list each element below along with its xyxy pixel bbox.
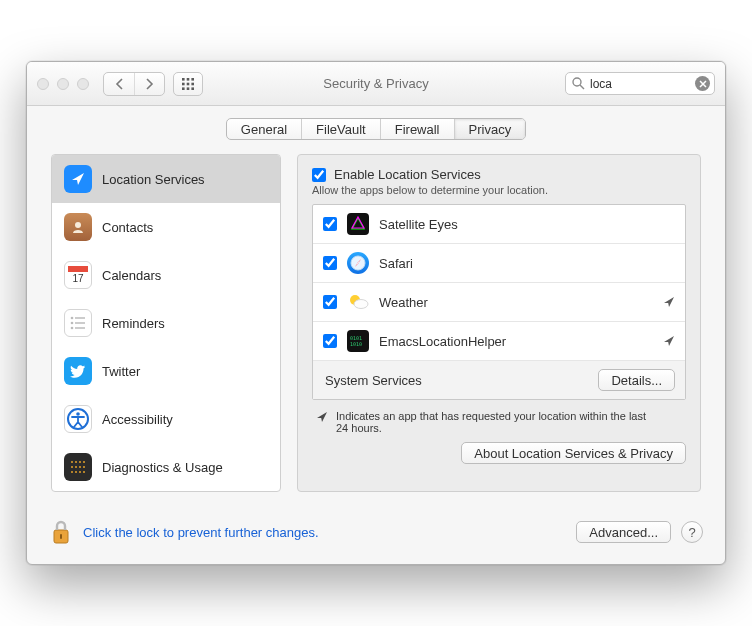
svg-point-27 <box>71 466 73 468</box>
tab-bar: General FileVault Firewall Privacy <box>27 106 725 148</box>
sidebar-item-label: Location Services <box>102 172 205 187</box>
app-checkbox[interactable] <box>323 295 337 309</box>
svg-point-34 <box>83 471 85 473</box>
svg-point-18 <box>71 317 74 320</box>
svg-rect-1 <box>187 78 190 81</box>
tab-filevault[interactable]: FileVault <box>301 119 380 139</box>
app-checkbox[interactable] <box>323 334 337 348</box>
sidebar-item-calendars[interactable]: 17 Calendars <box>52 251 280 299</box>
reminders-icon <box>64 309 92 337</box>
preferences-window: Security & Privacy General FileVault Fir… <box>26 61 726 565</box>
help-button[interactable]: ? <box>681 521 703 543</box>
svg-rect-45 <box>60 534 62 539</box>
svg-point-41 <box>354 300 368 309</box>
minimize-window-button[interactable] <box>57 78 69 90</box>
sidebar-item-label: Accessibility <box>102 412 173 427</box>
tab-firewall[interactable]: Firewall <box>380 119 454 139</box>
footnote-text: Indicates an app that has requested your… <box>336 410 656 434</box>
app-row: Satellite Eyes <box>313 205 685 244</box>
svg-point-28 <box>75 466 77 468</box>
zoom-window-button[interactable] <box>77 78 89 90</box>
svg-point-11 <box>75 222 81 228</box>
recent-location-arrow-icon <box>663 296 675 308</box>
svg-line-10 <box>580 85 584 89</box>
location-arrow-icon <box>64 165 92 193</box>
app-row: Safari <box>313 244 685 283</box>
search-icon <box>571 76 585 90</box>
weather-icon <box>347 291 369 313</box>
svg-rect-7 <box>187 87 190 90</box>
forward-button[interactable] <box>134 73 164 95</box>
svg-point-26 <box>83 461 85 463</box>
svg-rect-0 <box>182 78 185 81</box>
svg-point-9 <box>573 78 581 86</box>
sidebar-item-accessibility[interactable]: Accessibility <box>52 395 280 443</box>
svg-rect-5 <box>191 82 194 85</box>
sidebar-item-contacts[interactable]: Contacts <box>52 203 280 251</box>
lock-hint-text[interactable]: Click the lock to prevent further change… <box>83 525 319 540</box>
traffic-lights <box>37 78 89 90</box>
hint-text: Allow the apps below to determine your l… <box>312 184 686 196</box>
sidebar-item-diagnostics[interactable]: Diagnostics & Usage <box>52 443 280 491</box>
app-name: EmacsLocationHelper <box>379 334 506 349</box>
back-button[interactable] <box>104 73 134 95</box>
app-name: Weather <box>379 295 428 310</box>
svg-point-30 <box>83 466 85 468</box>
svg-rect-6 <box>182 87 185 90</box>
close-icon <box>695 76 710 91</box>
app-checkbox[interactable] <box>323 256 337 270</box>
system-services-label: System Services <box>325 373 422 388</box>
enable-location-services-checkbox[interactable] <box>312 168 326 182</box>
enable-location-services-label: Enable Location Services <box>334 167 481 182</box>
app-name: Safari <box>379 256 413 271</box>
sidebar-item-label: Calendars <box>102 268 161 283</box>
footer: Click the lock to prevent further change… <box>27 506 725 564</box>
svg-point-24 <box>75 461 77 463</box>
tab-general[interactable]: General <box>227 119 301 139</box>
app-checkbox[interactable] <box>323 217 337 231</box>
svg-point-23 <box>71 461 73 463</box>
svg-point-29 <box>79 466 81 468</box>
emacs-location-helper-icon: 01011010 <box>347 330 369 352</box>
lock-icon[interactable] <box>49 518 73 546</box>
sidebar-item-reminders[interactable]: Reminders <box>52 299 280 347</box>
clear-search-button[interactable] <box>695 76 710 91</box>
svg-point-25 <box>79 461 81 463</box>
svg-rect-12 <box>68 266 88 272</box>
tab-segmented-control: General FileVault Firewall Privacy <box>226 118 526 140</box>
sidebar-item-twitter[interactable]: Twitter <box>52 347 280 395</box>
recent-indicator-footnote: Indicates an app that has requested your… <box>312 400 686 442</box>
details-button[interactable]: Details... <box>598 369 675 391</box>
twitter-icon <box>64 357 92 385</box>
content-area: Location Services Contacts 17 Calendars … <box>27 148 725 506</box>
location-arrow-icon <box>316 410 328 434</box>
about-location-services-button[interactable]: About Location Services & Privacy <box>461 442 686 464</box>
show-all-button[interactable] <box>173 72 203 96</box>
sidebar-item-location-services[interactable]: Location Services <box>52 155 280 203</box>
svg-rect-3 <box>182 82 185 85</box>
recent-location-arrow-icon <box>663 335 675 347</box>
app-row: Weather <box>313 283 685 322</box>
svg-rect-4 <box>187 82 190 85</box>
svg-point-19 <box>71 322 74 325</box>
svg-text:17: 17 <box>72 273 84 284</box>
sidebar-item-label: Reminders <box>102 316 165 331</box>
advanced-button[interactable]: Advanced... <box>576 521 671 543</box>
tab-privacy[interactable]: Privacy <box>454 119 526 139</box>
titlebar: Security & Privacy <box>27 62 725 106</box>
svg-point-31 <box>71 471 73 473</box>
svg-rect-8 <box>191 87 194 90</box>
svg-point-32 <box>75 471 77 473</box>
sidebar-item-label: Twitter <box>102 364 140 379</box>
accessibility-icon <box>64 405 92 433</box>
location-services-panel: Enable Location Services Allow the apps … <box>297 154 701 492</box>
enable-location-services-row[interactable]: Enable Location Services <box>312 167 686 182</box>
calendar-icon: 17 <box>64 261 92 289</box>
diagnostics-icon <box>64 453 92 481</box>
svg-point-20 <box>71 327 74 330</box>
search-input[interactable] <box>565 72 715 95</box>
app-list: Satellite Eyes Safari Weather <box>312 204 686 400</box>
svg-text:1010: 1010 <box>350 341 362 347</box>
close-window-button[interactable] <box>37 78 49 90</box>
privacy-category-sidebar: Location Services Contacts 17 Calendars … <box>51 154 281 492</box>
